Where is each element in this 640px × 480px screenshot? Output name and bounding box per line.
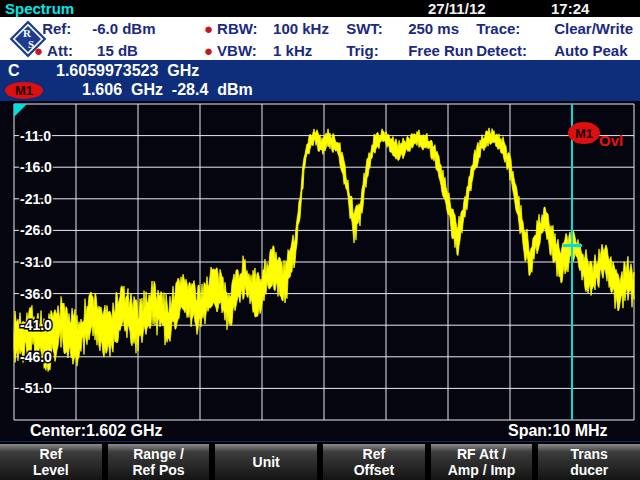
y-axis-tick-label: -46.0 bbox=[20, 349, 52, 365]
softkey-label-line1: Ref bbox=[363, 446, 386, 462]
setting-label: VBW: bbox=[217, 41, 273, 61]
softkey-label-line2: Offset bbox=[354, 462, 394, 478]
setting-value: 1 kHz bbox=[273, 41, 312, 61]
spacer bbox=[34, 19, 38, 39]
setting-rbw: ●RBW:100 kHz bbox=[204, 19, 329, 39]
time-label: 17:24 bbox=[551, 0, 589, 17]
softkey-unit[interactable]: Unit bbox=[215, 444, 317, 480]
softkey-label-line1: Unit bbox=[253, 454, 280, 470]
setting-sweep-time: SWT:250 ms bbox=[338, 19, 459, 39]
softkey-rf-att-amp-imp[interactable]: RF Att /Amp / Imp bbox=[431, 444, 533, 480]
softkey-range-ref-pos[interactable]: Range /Ref Pos bbox=[108, 444, 210, 480]
setting-value: 250 ms bbox=[408, 19, 459, 39]
setting-value: Auto Peak bbox=[554, 41, 627, 61]
span-readout: Span:10 MHz bbox=[508, 421, 608, 441]
softkey-label-line2: Level bbox=[33, 462, 69, 478]
y-axis-tick-label: -26.0 bbox=[20, 222, 52, 238]
date-label: 27/11/12 bbox=[428, 0, 486, 17]
setting-value: 15 dB bbox=[97, 41, 138, 61]
marker-m1-badge[interactable]: M1 bbox=[5, 82, 43, 99]
setting-ref-level: Ref:-6.0 dBm bbox=[34, 19, 156, 39]
softkey-label-line1: Trans bbox=[571, 446, 608, 462]
center-freq-label: C bbox=[8, 61, 20, 81]
center-freq-value: 1.6059973523 GHz bbox=[56, 61, 199, 81]
y-axis-tick-label: -31.0 bbox=[20, 254, 52, 270]
y-axis-tick-label: -21.0 bbox=[20, 191, 52, 207]
marker-m1-flag-label: M1 bbox=[575, 126, 593, 141]
y-axis-tick-label: -41.0 bbox=[20, 317, 52, 333]
center-frequency-readout: Center:1.602 GHz bbox=[30, 421, 163, 441]
title-bar: Spectrum 27/11/12 17:24 bbox=[0, 0, 640, 17]
setting-label: Att: bbox=[47, 41, 97, 61]
setting-value: 100 kHz bbox=[273, 19, 329, 39]
y-axis-tick-label: -51.0 bbox=[20, 380, 52, 396]
setting-label: RBW: bbox=[217, 19, 273, 39]
softkey-label-line1: RF Att / bbox=[457, 446, 506, 462]
ref-level-arrow-icon bbox=[14, 104, 27, 117]
softkey-transducer[interactable]: Transducer bbox=[538, 444, 640, 480]
overload-indicator: Ovl bbox=[599, 132, 623, 149]
softkey-label-line2: Amp / Imp bbox=[448, 462, 516, 478]
softkey-label-line1: Ref bbox=[40, 446, 63, 462]
softkey-ref-offset[interactable]: RefOffset bbox=[323, 444, 425, 480]
coupling-dot-icon: ● bbox=[204, 19, 213, 39]
coupling-dot-icon: ● bbox=[34, 41, 43, 61]
setting-trigger: Trig:Free Run bbox=[338, 41, 473, 61]
spacer bbox=[468, 41, 472, 61]
app-title: Spectrum bbox=[5, 0, 74, 17]
softkey-label-line2: ducer bbox=[570, 462, 608, 478]
marker-readout-band: C 1.6059973523 GHz M1 1.606 GHz -28.4 dB… bbox=[0, 60, 640, 101]
softkey-label-line2: Ref Pos bbox=[132, 462, 184, 478]
softkey-bar: RefLevelRange /Ref PosUnitRefOffsetRF At… bbox=[0, 441, 640, 480]
y-axis-tick-label: -36.0 bbox=[20, 286, 52, 302]
spacer bbox=[338, 19, 342, 39]
setting-label: Trace: bbox=[476, 19, 554, 39]
setting-value: -6.0 dBm bbox=[92, 19, 155, 39]
setting-value: Clear/Write bbox=[554, 19, 633, 39]
spectrum-analyzer-screen: Spectrum 27/11/12 17:24 R S Ref:-6.0 dBm… bbox=[0, 0, 640, 480]
setting-value: Free Run bbox=[408, 41, 473, 61]
setting-vbw: ●VBW:1 kHz bbox=[204, 41, 312, 61]
setting-label: Ref: bbox=[42, 19, 92, 39]
spacer bbox=[468, 19, 472, 39]
setting-label: Trig: bbox=[346, 41, 408, 61]
spacer bbox=[338, 41, 342, 61]
y-axis-tick-label: -11.0 bbox=[20, 128, 51, 144]
softkey-label-line1: Range / bbox=[133, 446, 184, 462]
spectrum-chart: -11.0-16.0-21.0-26.0-31.0-36.0-41.0-46.0… bbox=[0, 101, 640, 441]
setting-trace-mode: Trace:Clear/Write bbox=[468, 19, 633, 39]
marker-m1-value: 1.606 GHz -28.4 dBm bbox=[82, 80, 253, 100]
settings-header: R S Ref:-6.0 dBm●Att:15 dB●RBW:100 kHz●V… bbox=[0, 17, 640, 60]
setting-label: SWT: bbox=[346, 19, 408, 39]
coupling-dot-icon: ● bbox=[204, 41, 213, 61]
y-axis-tick-label: -16.0 bbox=[20, 159, 52, 175]
setting-attenuation: ●Att:15 dB bbox=[34, 41, 138, 61]
setting-detector: Detect:Auto Peak bbox=[468, 41, 628, 61]
setting-label: Detect: bbox=[476, 41, 554, 61]
softkey-ref-level[interactable]: RefLevel bbox=[0, 444, 102, 480]
